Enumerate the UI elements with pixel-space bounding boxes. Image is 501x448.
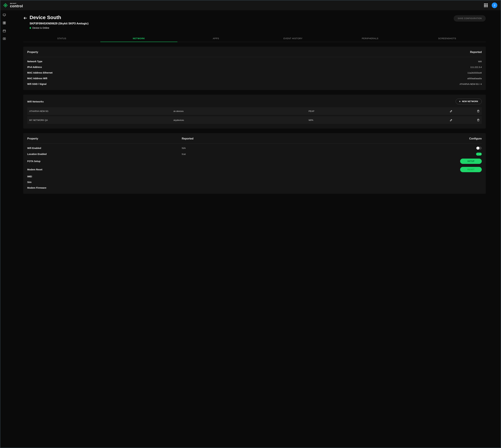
tab-network[interactable]: NETWORK [100,35,178,42]
svg-rect-6 [3,38,6,40]
tab-apps[interactable]: APPS [178,35,255,42]
property-row: IPv4 Address111.222.3.4 [27,63,482,68]
property-label: Wifi SSID / Signal [27,83,47,85]
wifi-ident: sk-devices [173,110,309,112]
delete-icon[interactable] [477,119,480,122]
tab-peripherals[interactable]: PERIPHERALS [332,35,409,42]
property-row: Wifi SSID / SignalATHARVA-NEW-5G / 4 [27,80,482,85]
imei-label: IMEI [27,175,182,178]
location-enabled-toggle[interactable] [476,153,482,156]
wifi-ssid: MY NETWORK QA [29,119,173,121]
modem-reset-button[interactable]: RESET [460,167,482,172]
property-label: IPv4 Address [27,66,42,68]
modem-firmware-label: Modem Firmware [27,187,182,189]
svg-rect-1 [3,22,4,23]
property-label: MAC Address Ethernet [27,71,52,74]
avatar[interactable]: J [492,2,497,8]
property-value: Wifi [478,60,482,63]
wifi-security: WPA [308,119,426,121]
sim-label: Sim [27,181,182,183]
page-subtitle: SKP3F09HSXN00629 (Skykit SKP3 Amlogic) [30,22,454,25]
wifi-enabled-label: Wifi Enabled [27,147,182,149]
save-configuration-button[interactable]: SAVE CONFIGURATION [454,15,486,22]
wifi-security: PEAP [308,110,426,112]
col-property: Property [27,51,38,54]
apps-grid-icon[interactable] [484,3,488,7]
sidebar-screens-icon[interactable] [3,13,6,16]
edit-icon[interactable] [450,110,453,112]
delete-icon[interactable] [477,110,480,112]
tab-screenshots[interactable]: SCREENSHOTS [409,35,486,42]
tab-status[interactable]: STATUS [23,35,100,42]
sidebar-settings-icon[interactable] [3,37,6,41]
wifi-ident: skydevices [173,119,309,121]
cfg-col-reported: Reported [182,137,336,140]
wifi-networks-title: Wifi Networks [27,100,44,103]
svg-rect-4 [4,23,6,24]
svg-rect-3 [3,23,4,24]
brand-big: control [10,4,23,8]
location-enabled-value: true [182,153,336,155]
wifi-network-row: MY NETWORK QAskydevicesWPA [27,116,482,124]
svg-rect-2 [4,22,6,23]
edit-icon[interactable] [450,119,453,122]
wifi-enabled-toggle[interactable] [476,147,482,150]
property-row: MAC Address Ethernet11a2b3333cd4 [27,68,482,74]
wifi-enabled-value: N/A [182,147,336,149]
status-dot-icon [30,27,31,29]
property-label: MAC Address Wifi [27,77,47,80]
page-title: Device South [30,15,454,20]
wifi-network-row: ATHARVA-NEW-5Gsk-devicesPEAP [27,107,482,115]
sidebar-dashboard-icon[interactable] [3,21,6,25]
svg-point-7 [4,38,5,39]
property-value: 11a2b3333cd4 [468,72,482,74]
col-reported: Reported [470,51,482,54]
logo-mark [3,3,8,8]
modem-reset-label: Modem Reset [27,168,182,171]
property-value: a000aa0aaa0a [467,77,482,80]
fota-label: FOTA Setup [27,160,182,162]
property-value: 111.222.3.4 [470,66,482,68]
fota-setup-button[interactable]: SETUP [460,159,482,164]
location-enabled-label: Location Enabled [27,153,182,155]
svg-rect-5 [3,30,6,32]
status-text: Device is Online [32,27,49,29]
property-row: Network TypeWifi [27,57,482,63]
back-arrow-icon[interactable] [23,16,28,20]
tab-event-history[interactable]: EVENT HISTORY [255,35,332,42]
property-row: MAC Address Wifia000aa0aaa0a [27,74,482,80]
wifi-ssid: ATHARVA-NEW-5G [29,110,173,112]
property-label: Network Type [27,60,42,63]
new-network-label: NEW NETWORK [462,100,478,103]
new-network-button[interactable]: + NEW NETWORK [456,99,482,104]
property-value: ATHARVA-NEW-5G / 4 [460,83,482,85]
sidebar-schedule-icon[interactable] [3,29,6,32]
svg-rect-0 [3,14,6,16]
cfg-col-configure: Configure [336,137,482,140]
cfg-col-property: Property [27,137,182,140]
